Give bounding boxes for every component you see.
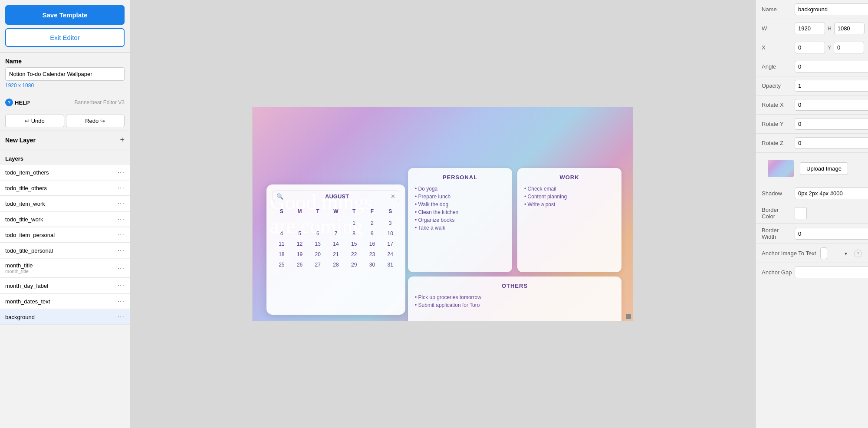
rotatey-input[interactable] xyxy=(795,118,868,130)
calendar-cell[interactable]: 28 xyxy=(327,260,345,269)
rotatex-input[interactable] xyxy=(795,99,868,111)
anchor-image-info-icon[interactable]: ? xyxy=(854,250,862,257)
border-color-swatch[interactable] xyxy=(795,207,807,219)
opacity-input[interactable] xyxy=(795,80,868,92)
calendar-cell[interactable]: 17 xyxy=(381,240,399,248)
calendar-cell[interactable]: 4 xyxy=(273,229,291,238)
calendar-cell[interactable]: 13 xyxy=(309,240,327,248)
layer-item-todo_title_others[interactable]: todo_title_others ··· xyxy=(0,181,130,196)
redo-button[interactable]: Redo ↪ xyxy=(66,115,125,127)
layer-menu-button[interactable]: ··· xyxy=(118,215,125,223)
layer-item-background[interactable]: background ··· xyxy=(0,309,130,325)
layer-menu-button[interactable]: ··· xyxy=(118,313,125,321)
calendar-cell[interactable]: 5 xyxy=(291,229,309,238)
x-input[interactable] xyxy=(795,42,825,53)
undo-label: Undo xyxy=(31,118,45,124)
calendar-cell[interactable]: 23 xyxy=(363,250,381,259)
layer-menu-button[interactable]: ··· xyxy=(118,184,125,192)
calendar-cell[interactable]: 18 xyxy=(273,250,291,259)
work-card[interactable]: WORK Check emailContent planningWrite a … xyxy=(517,168,621,272)
others-card[interactable]: OTHERS Pick up groceries tomorrowSubmit … xyxy=(408,277,621,321)
layer-menu-button[interactable]: ··· xyxy=(118,168,125,176)
calendar-card[interactable]: 🔍 ✕ SMTWTFS 1234567891011121314151617181… xyxy=(266,184,405,315)
calendar-cell[interactable] xyxy=(327,219,345,227)
cal-header-cell: T xyxy=(309,207,327,215)
calendar-row: 18192021222324 xyxy=(273,250,399,259)
exit-editor-button[interactable]: Exit Editor xyxy=(5,28,125,47)
layer-item-month_title[interactable]: month_title month_title ··· xyxy=(0,259,130,278)
border-width-input[interactable] xyxy=(795,228,868,240)
layer-name: todo_item_personal xyxy=(5,232,55,238)
calendar-cell[interactable]: 3 xyxy=(381,219,399,227)
layer-item-todo_item_personal[interactable]: todo_item_personal ··· xyxy=(0,227,130,243)
canvas-resize-handle[interactable] xyxy=(626,314,631,319)
y-input[interactable] xyxy=(834,42,864,53)
calendar-cell[interactable]: 10 xyxy=(381,229,399,238)
anchor-gap-input[interactable] xyxy=(795,267,868,278)
calendar-cell[interactable] xyxy=(291,219,309,227)
xy-prop-row: X Y xyxy=(756,38,868,57)
personal-card[interactable]: PERSONAL Do yogaPrepare lunchWalk the do… xyxy=(408,168,512,272)
upload-image-button[interactable]: Upload Image xyxy=(800,162,848,175)
calendar-cell[interactable]: 8 xyxy=(345,229,363,238)
w-input[interactable] xyxy=(795,23,825,34)
calendar-cell[interactable]: 20 xyxy=(309,250,327,259)
name-prop-input[interactable] xyxy=(795,3,868,15)
layers-title: Layers xyxy=(0,154,130,165)
calendar-cell[interactable]: 12 xyxy=(291,240,309,248)
rotatez-input[interactable] xyxy=(795,137,868,149)
calendar-cell[interactable]: 26 xyxy=(291,260,309,269)
canvas-frame[interactable]: Good things are coming 🔍 ✕ SMTWTFS 12345… xyxy=(252,107,633,321)
calendar-cell[interactable]: 31 xyxy=(381,260,399,269)
calendar-cell[interactable]: 2 xyxy=(363,219,381,227)
h-input[interactable] xyxy=(834,23,865,34)
work-card-title: WORK xyxy=(524,174,615,181)
layer-menu-button[interactable]: ··· xyxy=(118,264,125,272)
layer-name: background xyxy=(5,314,35,320)
layer-item-todo_title_personal[interactable]: todo_title_personal ··· xyxy=(0,243,130,258)
layer-menu-button[interactable]: ··· xyxy=(118,200,125,207)
layer-menu-button[interactable]: ··· xyxy=(118,297,125,305)
save-template-button[interactable]: Save Template xyxy=(5,5,125,25)
calendar-cell[interactable]: 14 xyxy=(327,240,345,248)
rotatey-prop-row: Rotate Y xyxy=(756,115,868,134)
layer-menu-button[interactable]: ··· xyxy=(118,282,125,290)
shadow-input[interactable] xyxy=(795,188,868,199)
undo-button[interactable]: ↩ Undo xyxy=(5,115,64,127)
main-canvas: Good things are coming 🔍 ✕ SMTWTFS 12345… xyxy=(130,0,755,428)
todo-item: Pick up groceries tomorrow xyxy=(415,294,615,300)
cal-close-icon[interactable]: ✕ xyxy=(391,193,395,200)
layer-item-todo_item_others[interactable]: todo_item_others ··· xyxy=(0,165,130,180)
calendar-cell[interactable]: 29 xyxy=(345,260,363,269)
angle-input[interactable] xyxy=(795,61,868,72)
calendar-cell[interactable]: 15 xyxy=(345,240,363,248)
calendar-cell[interactable]: 30 xyxy=(363,260,381,269)
layer-item-month_day_label[interactable]: month_day_label ··· xyxy=(0,278,130,293)
new-layer-label: New Layer xyxy=(5,137,36,144)
layer-menu-button[interactable]: ··· xyxy=(118,247,125,254)
layer-menu-button[interactable]: ··· xyxy=(118,231,125,239)
calendar-cell[interactable] xyxy=(273,219,291,227)
layer-item-todo_item_work[interactable]: todo_item_work ··· xyxy=(0,196,130,211)
name-label: Name xyxy=(5,58,125,65)
calendar-cell[interactable]: 22 xyxy=(345,250,363,259)
calendar-month-input[interactable] xyxy=(283,193,391,200)
layer-item-todo_title_work[interactable]: todo_title_work ··· xyxy=(0,212,130,227)
calendar-cell[interactable]: 25 xyxy=(273,260,291,269)
anchor-image-to-text-select[interactable] xyxy=(820,247,827,259)
calendar-cell[interactable]: 1 xyxy=(345,219,363,227)
calendar-cell[interactable]: 9 xyxy=(363,229,381,238)
x-label: X xyxy=(762,44,792,51)
add-layer-button[interactable]: + xyxy=(120,135,125,145)
calendar-cell[interactable]: 7 xyxy=(327,229,345,238)
layer-item-month_dates_text[interactable]: month_dates_text ··· xyxy=(0,294,130,309)
calendar-cell[interactable] xyxy=(309,219,327,227)
calendar-cell[interactable]: 11 xyxy=(273,240,291,248)
template-name-input[interactable] xyxy=(5,67,125,81)
calendar-cell[interactable]: 6 xyxy=(309,229,327,238)
calendar-cell[interactable]: 27 xyxy=(309,260,327,269)
calendar-cell[interactable]: 24 xyxy=(381,250,399,259)
calendar-cell[interactable]: 19 xyxy=(291,250,309,259)
calendar-cell[interactable]: 16 xyxy=(363,240,381,248)
calendar-cell[interactable]: 21 xyxy=(327,250,345,259)
